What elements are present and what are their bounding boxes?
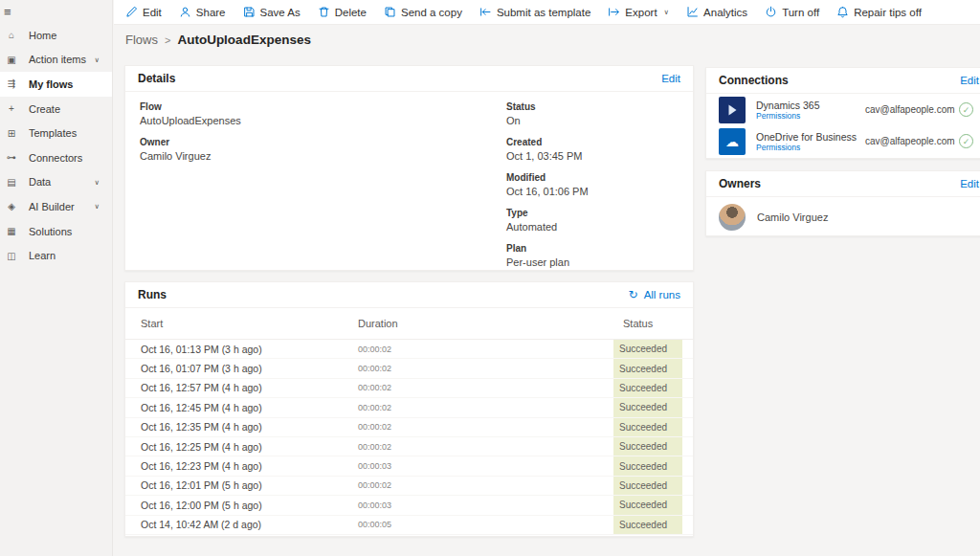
solutions-icon: ▦ [5,226,18,236]
run-duration: 00:00:02 [358,359,613,377]
button-label: Export [625,7,657,18]
sidebar-item-data[interactable]: ▤ Data ∨ [0,170,112,195]
details-left-column: Flow AutoUploadExpenses Owner Camilo Vir… [140,101,506,278]
sidebar-item-create[interactable]: + Create [0,97,112,122]
runs-table-body: Oct 16, 01:13 PM (3 h ago) 00:00:02 Succ… [125,340,693,535]
run-status-badge: Succeeded [613,379,682,397]
button-label: Delete [335,7,367,18]
run-duration: 00:00:03 [358,496,613,514]
all-runs-link[interactable]: All runs [644,289,680,300]
run-row[interactable]: Oct 16, 12:57 PM (4 h ago) 00:00:02 Succ… [125,379,693,398]
run-duration: 00:00:02 [358,398,613,416]
sidebar-item-home[interactable]: ⌂ Home [0,23,112,48]
refresh-icon[interactable]: ↻ [629,288,638,301]
field-flow: Flow AutoUploadExpenses [140,101,506,126]
run-row[interactable]: Oct 16, 12:25 PM (4 h ago) 00:00:02 Succ… [125,437,693,456]
field-value: Camilo Virguez [140,150,506,162]
sidebar-item-solutions[interactable]: ▦ Solutions [0,219,112,244]
run-duration: 00:00:02 [358,477,613,495]
button-label: Analytics [703,7,747,18]
connection-account: cav@alfapeople.com [865,136,951,146]
run-row[interactable]: Oct 16, 12:45 PM (4 h ago) 00:00:02 Succ… [125,398,693,417]
details-edit-link[interactable]: Edit [661,73,680,84]
analytics-button[interactable]: Analytics [678,0,756,24]
sidebar-item-ai-builder[interactable]: ◈ AI Builder ∨ [0,194,112,219]
hamburger-menu-button[interactable]: ≡ [0,0,11,23]
action-items-icon: ▣ [5,55,18,65]
permissions-link[interactable]: Permissions [756,143,865,152]
run-start-time: Oct 16, 12:00 PM (5 h ago) [141,496,358,514]
details-right-column: Status On Created Oct 1, 03:45 PM Modifi… [506,101,589,278]
details-body: Flow AutoUploadExpenses Owner Camilo Vir… [125,92,693,278]
power-automate-app: ≡ ⌂ Home ▣ Action items ∨ ⇶ My flows + C… [0,0,980,556]
run-row[interactable]: Oct 16, 12:00 PM (5 h ago) 00:00:03 Succ… [125,496,693,515]
breadcrumb: Flows > AutoUploadExpenses [125,33,311,47]
field-label: Modified [506,172,589,183]
sidebar-item-learn[interactable]: ◫ Learn [0,243,112,268]
delete-button[interactable]: Delete [309,0,375,24]
submit-as-template-button[interactable]: Submit as template [471,0,599,24]
details-card-header: Details Edit [125,66,693,92]
owner-row[interactable]: Camilo Virguez [706,197,980,237]
column-header-start: Start [141,318,358,329]
sidebar-item-action-items[interactable]: ▣ Action items ∨ [0,48,112,73]
button-label: Edit [143,7,162,18]
field-value: Per-user plan [506,256,589,268]
run-row[interactable]: Oct 16, 01:07 PM (3 h ago) 00:00:02 Succ… [125,359,693,378]
edit-button[interactable]: Edit [117,0,170,24]
run-start-time: Oct 16, 12:23 PM (4 h ago) [141,456,358,475]
connection-success-check-icon: ✓ [959,102,973,117]
permissions-link[interactable]: Permissions [756,111,865,121]
owners-card-header: Owners Edit [706,171,980,197]
field-created: Created Oct 1, 03:45 PM [506,137,589,162]
button-label: Repair tips off [854,7,922,18]
my-flows-icon: ⇶ [5,78,18,89]
page-title: AutoUploadExpenses [177,33,311,47]
power-icon [765,6,777,18]
details-card: Details Edit Flow AutoUploadExpenses Own… [124,65,694,271]
run-start-time: Oct 16, 12:57 PM (4 h ago) [141,379,358,397]
run-start-time: Oct 16, 01:07 PM (3 h ago) [141,359,358,377]
sidebar-item-my-flows[interactable]: ⇶ My flows [0,72,112,97]
field-plan: Plan Per-user plan [506,243,589,268]
analytics-chart-icon [686,6,699,18]
sidebar-item-connectors[interactable]: ⊶ Connectors [0,145,112,170]
run-row[interactable]: Oct 16, 12:23 PM (4 h ago) 00:00:03 Succ… [125,456,693,476]
runs-table-header: Start Duration Status [125,308,693,340]
save-as-button[interactable]: Save As [234,0,309,24]
bell-icon [836,6,849,18]
sidebar-item-templates[interactable]: ⊞ Templates [0,121,112,145]
run-status-badge: Succeeded [613,477,682,495]
export-button[interactable]: Export ∨ [599,0,678,24]
owners-edit-link[interactable]: Edit [960,178,979,189]
run-start-time: Oct 16, 12:25 PM (4 h ago) [141,437,358,456]
share-button[interactable]: Share [170,0,234,24]
connection-row-dynamics-365[interactable]: Dynamics 365 Permissions cav@alfapeople.… [706,94,980,125]
field-value: Oct 1, 03:45 PM [506,150,589,162]
connections-edit-link[interactable]: Edit [960,75,979,86]
ai-builder-icon: ◈ [5,201,18,211]
sidebar-item-label: My flows [29,78,73,90]
turn-off-button[interactable]: Turn off [756,0,828,24]
runs-title: Runs [138,288,167,301]
runs-card-header: Runs ↻ All runs [125,282,693,308]
breadcrumb-flows-link[interactable]: Flows [125,33,158,47]
send-a-copy-button[interactable]: Send a copy [375,0,471,24]
run-row[interactable]: Oct 14, 10:42 AM (2 d ago) 00:00:05 Succ… [125,516,693,535]
run-status-badge: Succeeded [613,516,682,534]
run-row[interactable]: Oct 16, 01:13 PM (3 h ago) 00:00:02 Succ… [125,340,693,359]
sidebar-item-label: Solutions [29,226,72,237]
dynamics-365-icon [719,97,746,123]
repair-tips-button[interactable]: Repair tips off [828,0,930,24]
run-row[interactable]: Oct 16, 12:35 PM (4 h ago) 00:00:02 Succ… [125,418,693,437]
sidebar-item-label: Create [29,103,60,115]
button-label: Send a copy [401,7,462,18]
connection-row-onedrive[interactable]: ☁ OneDrive for Business Permissions cav@… [706,125,980,157]
run-duration: 00:00:02 [358,437,613,456]
field-value: Oct 16, 01:06 PM [506,186,589,197]
run-duration: 00:00:03 [358,456,613,475]
run-row[interactable]: Oct 16, 12:01 PM (5 h ago) 00:00:02 Succ… [125,477,693,496]
copy-icon [384,6,396,18]
run-status-badge: Succeeded [613,340,682,358]
sidebar-nav: ⌂ Home ▣ Action items ∨ ⇶ My flows + Cre… [0,23,112,268]
